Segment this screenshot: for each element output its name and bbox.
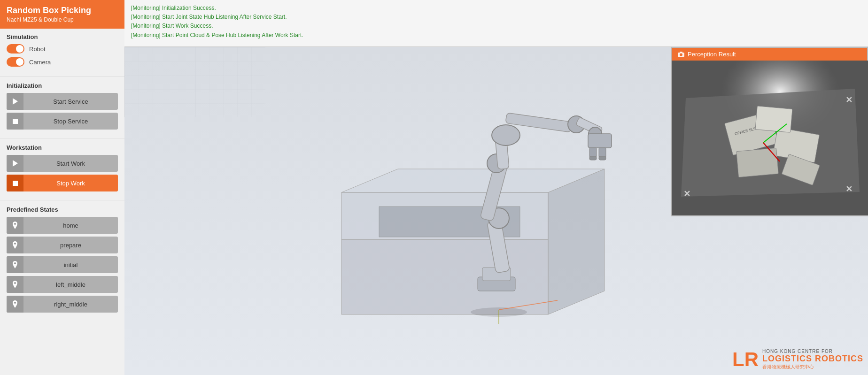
state-label-prepare: prepare: [23, 242, 118, 249]
start-service-button[interactable]: Start Service: [7, 93, 118, 110]
start-work-label: Start Work: [23, 160, 118, 167]
camera-toggle[interactable]: [7, 57, 24, 67]
pin-icon: [7, 296, 23, 313]
start-work-button[interactable]: Start Work: [7, 155, 118, 172]
state-button-right_middle[interactable]: right_middle: [7, 296, 118, 313]
initialization-label: Initialization: [7, 82, 118, 89]
logo-text-block: HONG KONG CENTRE FOR LOGISTICS ROBOTICS …: [762, 349, 863, 370]
pin-icon: [7, 276, 23, 293]
pin-icon: [7, 217, 23, 234]
app-title: Random Box Picking: [7, 6, 118, 15]
stop-icon: [13, 119, 18, 124]
log-area: [Monitoring] Initialization Success.[Mon…: [124, 0, 868, 47]
svg-text:✕: ✕: [683, 189, 690, 199]
stop-service-label: Stop Service: [23, 118, 118, 125]
logo-top-text: HONG KONG CENTRE FOR: [762, 349, 863, 354]
perception-view: OFFICE SLIPS ✕ ✕ ✕: [672, 61, 868, 215]
state-button-home[interactable]: home: [7, 217, 118, 234]
robot-toggle-label: Robot: [29, 46, 46, 53]
simulation-section: Simulation Robot Camera: [0, 29, 124, 75]
perception-header: Perception Result: [672, 48, 867, 61]
perception-image: OFFICE SLIPS ✕ ✕ ✕: [672, 61, 868, 215]
logo-lr-text: LR: [732, 350, 759, 369]
stop-service-icon: [7, 113, 23, 130]
robot-toggle-row: Robot: [7, 44, 118, 54]
log-line: [Monitoring] Start Joint State Hub Liste…: [131, 13, 861, 22]
camera-toggle-label: Camera: [29, 59, 51, 66]
stop-work-button[interactable]: Stop Work: [7, 175, 118, 191]
state-label-home: home: [23, 222, 118, 229]
logo-cn-text: 香港物流機械人研究中心: [762, 364, 863, 370]
svg-rect-21: [599, 148, 606, 157]
state-button-initial[interactable]: initial: [7, 256, 118, 273]
state-button-prepare[interactable]: prepare: [7, 237, 118, 253]
workstation-section: Workstation Start Work Stop Work: [0, 139, 124, 199]
svg-rect-22: [589, 156, 597, 160]
svg-rect-38: [755, 106, 792, 132]
perception-header-label: Perception Result: [688, 51, 736, 58]
stop-work-icon: [7, 175, 23, 191]
svg-marker-4: [548, 169, 604, 314]
log-line: [Monitoring] Start Point Cloud & Pose Hu…: [131, 31, 861, 40]
play-icon: [13, 98, 18, 105]
start-work-icon: [7, 155, 23, 172]
main-area: [Monitoring] Initialization Success.[Mon…: [124, 0, 868, 375]
state-label-right_middle: right_middle: [23, 301, 118, 308]
viewport: Perception Result: [124, 47, 868, 375]
state-button-left_middle[interactable]: left_middle: [7, 276, 118, 293]
stop-work-label: Stop Work: [23, 180, 118, 187]
sidebar-header: Random Box Picking Nachi MZ25 & Double C…: [0, 0, 124, 29]
svg-text:✕: ✕: [845, 95, 852, 105]
stop-service-button[interactable]: Stop Service: [7, 113, 118, 130]
log-lines-container: [Monitoring] Initialization Success.[Mon…: [131, 4, 861, 40]
app-subtitle: Nachi MZ25 & Double Cup: [7, 16, 118, 23]
svg-rect-20: [589, 148, 597, 157]
svg-rect-19: [588, 134, 612, 148]
svg-marker-2: [341, 239, 548, 314]
predefined-states-label: Predefined States: [7, 206, 118, 213]
simulation-label: Simulation: [7, 33, 118, 40]
robot-toggle[interactable]: [7, 44, 24, 54]
state-label-initial: initial: [23, 261, 118, 268]
log-line: [Monitoring] Start Work Success.: [131, 22, 861, 31]
workstation-label: Workstation: [7, 144, 118, 151]
camera-icon: [677, 52, 685, 57]
play-icon-work: [13, 160, 18, 167]
logo-main-text: LOGISTICS ROBOTICS: [762, 354, 863, 364]
box-geometry: [341, 169, 604, 314]
start-service-label: Start Service: [23, 98, 118, 105]
start-service-icon: [7, 93, 23, 110]
svg-rect-29: [680, 52, 682, 53]
svg-text:✕: ✕: [845, 184, 852, 194]
state-label-left_middle: left_middle: [23, 281, 118, 288]
sidebar: Random Box Picking Nachi MZ25 & Double C…: [0, 0, 124, 375]
pin-icon: [7, 256, 23, 273]
initialization-section: Initialization Start Service Stop Servic…: [0, 77, 124, 137]
perception-panel: Perception Result: [671, 47, 868, 216]
predefined-states-section: Predefined States home prepare initial l…: [0, 201, 124, 320]
svg-point-28: [680, 53, 682, 56]
robot-svg: [285, 80, 708, 352]
svg-point-14: [492, 125, 520, 145]
camera-toggle-row: Camera: [7, 57, 118, 67]
pin-icon: [7, 237, 23, 253]
svg-rect-23: [599, 156, 606, 160]
log-line: [Monitoring] Initialization Success.: [131, 4, 861, 13]
stop-icon-work: [13, 181, 18, 186]
logo-area: LR HONG KONG CENTRE FOR LOGISTICS ROBOTI…: [732, 349, 863, 370]
states-container: home prepare initial left_middle right_m…: [7, 217, 118, 313]
